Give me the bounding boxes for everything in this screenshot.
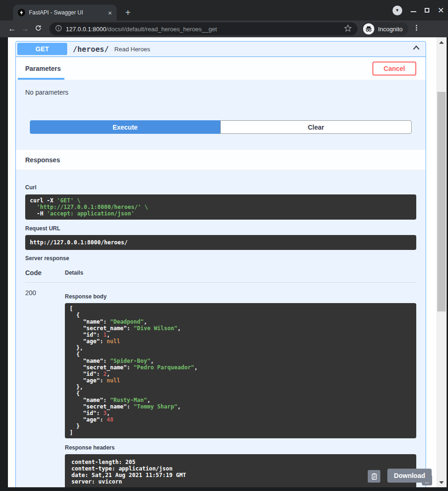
method-badge: GET: [17, 43, 67, 55]
cancel-button[interactable]: Cancel: [372, 62, 416, 76]
page-scrollbar[interactable]: [436, 37, 447, 487]
no-parameters-text: No parameters: [25, 89, 416, 96]
response-body-json[interactable]: [ { "name": "Deadpond", "secret_name": "…: [65, 303, 416, 438]
address-bar[interactable]: 127.0.0.1:8000/docs#/default/read_heroes…: [49, 22, 357, 35]
response-headers-value: content-length: 205content-type: applica…: [65, 454, 416, 487]
response-row-200: 200 Response body [ { "name": "Deadpond"…: [25, 289, 416, 487]
execute-button[interactable]: Execute: [30, 120, 220, 134]
reload-button[interactable]: [32, 24, 45, 34]
table-divider: [25, 282, 416, 283]
forward-button[interactable]: →: [19, 24, 32, 34]
tab-title: FastAPI - Swagger UI: [29, 9, 105, 16]
incognito-label: Incognito: [378, 26, 403, 33]
browser-menu-icon[interactable]: [410, 24, 423, 34]
parameters-body: No parameters Execute Clear: [16, 80, 426, 149]
request-url-value: http://127.0.0.1:8000/heroes/: [25, 235, 416, 250]
fastapi-favicon-icon: [18, 9, 25, 16]
status-code: 200: [25, 289, 65, 487]
response-table-header: Code Details: [25, 269, 416, 277]
download-button[interactable]: Download: [387, 469, 432, 483]
clear-button[interactable]: Clear: [220, 120, 412, 134]
browser-tab[interactable]: FastAPI - Swagger UI ×: [13, 5, 117, 21]
opblock-get-heroes: GET /heroes/ Read Heroes Parameters Canc…: [15, 41, 426, 487]
opblock-summary[interactable]: GET /heroes/ Read Heroes: [16, 41, 426, 57]
request-url-label: Request URL: [25, 225, 416, 232]
tab-parameters[interactable]: Parameters: [25, 65, 61, 72]
tab-search-icon[interactable]: ▼: [392, 6, 402, 15]
incognito-badge: Incognito: [362, 22, 408, 35]
details-column-header: Details: [65, 270, 83, 276]
scrollbar-thumb[interactable]: [437, 92, 446, 311]
back-button[interactable]: ←: [6, 24, 19, 34]
swagger-page: GET /heroes/ Read Heroes Parameters Canc…: [8, 37, 436, 487]
url-text[interactable]: 127.0.0.1:8000/docs#/default/read_heroes…: [66, 26, 344, 33]
responses-header: Responses: [16, 149, 426, 170]
responses-body: Curl curl -X 'GET' \ 'http://127.0.0.1:8…: [16, 170, 426, 487]
server-response-label: Server response: [25, 255, 416, 262]
page-info-icon[interactable]: [55, 25, 62, 34]
curl-label: Curl: [25, 184, 416, 191]
parameters-header: Parameters Cancel: [16, 57, 426, 80]
curl-command[interactable]: curl -X 'GET' \ 'http://127.0.0.1:8000/h…: [25, 194, 416, 220]
responses-title: Responses: [25, 156, 60, 164]
response-headers-label: Response headers: [65, 444, 416, 451]
new-tab-button[interactable]: +: [122, 7, 133, 18]
window-maximize-button[interactable]: [425, 8, 429, 13]
window-minimize-button[interactable]: [411, 11, 416, 12]
tab-close-icon[interactable]: ×: [108, 9, 112, 16]
window-close-button[interactable]: ✕: [438, 7, 444, 14]
collapse-chevron-icon[interactable]: [412, 43, 421, 55]
scrollbar-down-arrow[interactable]: [436, 478, 447, 486]
active-tab-underline: [18, 78, 64, 80]
code-column-header: Code: [25, 269, 65, 277]
response-body-label: Response body: [65, 293, 416, 300]
response-copy-button[interactable]: [368, 470, 380, 483]
incognito-icon: [363, 23, 374, 35]
endpoint-path: /heroes/: [73, 45, 109, 54]
scrollbar-up-arrow[interactable]: [436, 38, 447, 46]
endpoint-summary: Read Heroes: [114, 46, 412, 53]
browser-tab-strip: FastAPI - Swagger UI × + ▼ ✕: [0, 0, 448, 21]
bookmark-star-icon[interactable]: [344, 24, 352, 34]
browser-toolbar: ← → 127.0.0.1:8000/docs#/default/read_he…: [0, 21, 448, 37]
